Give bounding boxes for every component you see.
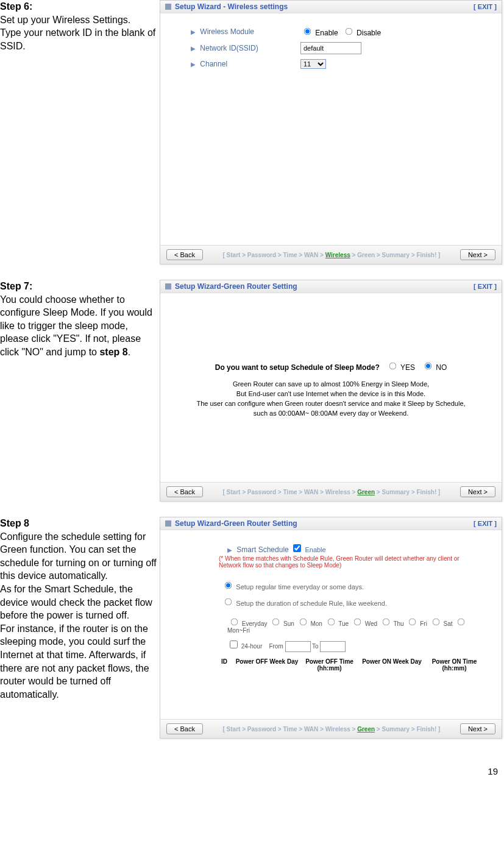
exit-button[interactable]: [ EXIT ] (474, 3, 497, 10)
panel-footer: < Back [ Start > Password > Time > WAN >… (160, 719, 502, 738)
step6-section: Step 6: Set up your Wireless Settings. T… (0, 0, 504, 264)
panel-header: Setup Wizard-Green Router Setting [ EXIT… (160, 280, 502, 293)
breadcrumb: [ Start > Password > Time > WAN > Wirele… (203, 252, 460, 258)
panel-title: Setup Wizard - Wireless settings (175, 2, 474, 11)
from-input[interactable] (285, 641, 311, 652)
panel-footer: < Back [ Start > Password > Time > WAN >… (160, 245, 502, 264)
note-text: (* When time matches with Schedule Rule,… (219, 555, 483, 569)
ssid-label: ▶ Network ID(SSID) (191, 44, 300, 52)
panel-header: Setup Wizard - Wireless settings [ EXIT … (160, 1, 502, 13)
back-button[interactable]: < Back (166, 723, 203, 734)
step8-heading: Step 8 (0, 518, 29, 528)
triangle-icon: ▶ (191, 29, 196, 35)
wireless-module-row: ▶ Wireless Module Enable Disable (191, 26, 489, 37)
panel-body: Do you want to setup Schedule of Sleep M… (160, 293, 502, 482)
next-button[interactable]: Next > (460, 723, 495, 734)
step6-heading: Step 6: (0, 1, 32, 12)
step8-description: Step 8 Configure the schedule setting fo… (0, 517, 160, 739)
panel-icon (165, 4, 171, 10)
panel-footer: < Back [ Start > Password > Time > WAN >… (160, 482, 502, 501)
step8-panel: Setup Wizard-Green Router Setting [ EXIT… (160, 517, 502, 739)
next-button[interactable]: Next > (460, 486, 495, 497)
step7-section: Step 7: You could choose whether to conf… (0, 280, 504, 502)
wireless-module-label: ▶ Wireless Module (191, 27, 300, 36)
panel-title: Setup Wizard-Green Router Setting (175, 282, 474, 291)
radio-duration[interactable]: Setup the duration of schedule Rule, lik… (221, 596, 483, 608)
step6-text2: Type your network ID in the blank of SSI… (0, 27, 155, 51)
disable-radio[interactable]: Disable (342, 26, 381, 37)
step8-section: Step 8 Configure the schedule setting fo… (0, 517, 504, 739)
step7-description: Step 7: You could choose whether to conf… (0, 280, 160, 502)
step6-text1: Set up your Wireless Settings. (0, 15, 130, 25)
exit-button[interactable]: [ EXIT ] (474, 520, 497, 527)
step7-heading: Step 7: (0, 281, 32, 291)
step6-panel: Setup Wizard - Wireless settings [ EXIT … (160, 0, 502, 264)
step6-description: Step 6: Set up your Wireless Settings. T… (0, 0, 160, 264)
enable-radio[interactable]: Enable (300, 26, 338, 37)
panel-icon (165, 283, 171, 289)
no-radio[interactable]: NO (421, 363, 447, 372)
exit-button[interactable]: [ EXIT ] (474, 283, 497, 290)
channel-row: ▶ Channel 11 (191, 59, 489, 69)
yes-radio[interactable]: YES (386, 363, 415, 372)
channel-select[interactable]: 11 (300, 59, 326, 69)
breadcrumb: [ Start > Password > Time > WAN > Wirele… (203, 489, 460, 495)
back-button[interactable]: < Back (166, 249, 203, 260)
triangle-icon: ▶ (191, 61, 196, 68)
triangle-icon: ▶ (227, 547, 232, 553)
question: Do you want to setup Schedule of Sleep M… (172, 360, 489, 372)
radio-regular[interactable]: Setup regular time everyday or some days… (221, 580, 483, 591)
ssid-input[interactable] (300, 42, 361, 54)
panel-title: Setup Wizard-Green Router Setting (175, 519, 474, 528)
page-number: 19 (0, 754, 504, 782)
panel-body: ▶ Wireless Module Enable Disable ▶ Netwo… (160, 13, 502, 245)
panel-header: Setup Wizard-Green Router Setting [ EXIT… (160, 517, 502, 530)
ssid-row: ▶ Network ID(SSID) (191, 42, 489, 54)
days-row: Everyday Sun Mon Tue Wed Thu Fri Sat Mon… (227, 616, 483, 634)
table-header: ID Power OFF Week Day Power OFF Time (hh… (215, 658, 483, 672)
next-button[interactable]: Next > (460, 249, 495, 260)
triangle-icon: ▶ (191, 45, 196, 52)
enable-checkbox[interactable] (293, 544, 301, 552)
breadcrumb: [ Start > Password > Time > WAN > Wirele… (203, 726, 460, 733)
panel-body: ▶ Smart Schedule Enable (* When time mat… (160, 530, 502, 719)
panel-icon (165, 520, 171, 527)
step7-panel: Setup Wizard-Green Router Setting [ EXIT… (160, 280, 502, 502)
24hour-checkbox[interactable] (230, 641, 238, 648)
smart-schedule-row: ▶ Smart Schedule Enable (227, 542, 483, 554)
to-input[interactable] (320, 641, 346, 652)
back-button[interactable]: < Back (166, 486, 203, 497)
channel-label: ▶ Channel (191, 60, 300, 68)
hour-row: 24-hour From To (227, 639, 483, 652)
